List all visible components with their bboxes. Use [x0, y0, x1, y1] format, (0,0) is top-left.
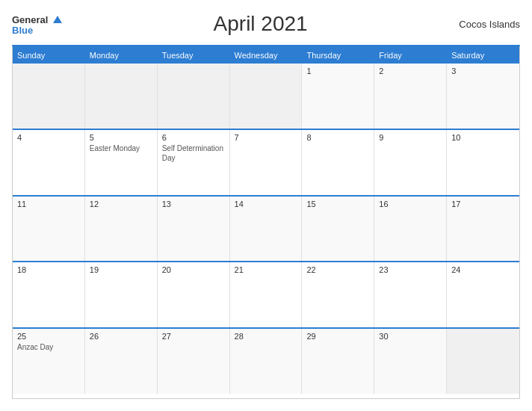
calendar-header: SundayMondayTuesdayWednesdayThursdayFrid… — [13, 47, 519, 64]
day-number: 30 — [379, 332, 442, 341]
day-cell — [13, 64, 85, 129]
day-number: 23 — [379, 265, 442, 274]
day-number: 3 — [451, 67, 515, 75]
day-cell: 1 — [302, 64, 374, 129]
day-header-friday: Friday — [374, 47, 447, 64]
region-label: Cocos Islands — [459, 19, 520, 30]
day-number: 14 — [235, 200, 297, 208]
day-number: 11 — [17, 200, 80, 208]
day-header-tuesday: Tuesday — [158, 47, 230, 64]
day-cell: 12 — [85, 197, 158, 262]
day-number: 18 — [17, 265, 80, 274]
day-number: 9 — [379, 133, 442, 142]
day-cell: 24 — [447, 262, 519, 327]
calendar-title: April 2021 — [214, 12, 308, 36]
day-cell: 14 — [230, 197, 303, 262]
day-header-thursday: Thursday — [302, 47, 374, 64]
page-header: General Blue April 2021 Cocos Islands — [12, 12, 520, 36]
day-cell — [230, 64, 303, 129]
day-cell: 9 — [374, 130, 447, 195]
day-cell: 6Self Determination Day — [158, 130, 230, 195]
day-number: 21 — [235, 265, 297, 274]
day-cell: 28 — [230, 329, 303, 394]
day-header-monday: Monday — [85, 47, 158, 64]
logo-general-text: General — [12, 14, 48, 25]
day-number: 4 — [17, 133, 80, 142]
day-number: 7 — [235, 133, 297, 142]
day-cell — [447, 329, 519, 394]
day-number: 13 — [162, 200, 225, 208]
day-cell: 16 — [374, 197, 447, 262]
day-cell: 25Anzac Day — [13, 329, 85, 394]
day-cell: 11 — [13, 197, 85, 262]
day-number: 10 — [451, 133, 515, 142]
day-number: 27 — [162, 332, 225, 341]
day-number: 29 — [306, 332, 369, 341]
calendar-body: 12345Easter Monday6Self Determination Da… — [13, 64, 519, 394]
week-row-4: 18192021222324 — [13, 261, 519, 327]
day-number: 16 — [379, 200, 442, 208]
day-number: 2 — [379, 67, 442, 75]
day-cell: 4 — [13, 130, 85, 195]
day-number: 28 — [235, 332, 297, 341]
day-cell: 7 — [230, 130, 303, 195]
day-cell: 15 — [302, 197, 374, 262]
day-number: 24 — [451, 265, 515, 274]
day-cell: 5Easter Monday — [85, 130, 158, 195]
day-cell: 20 — [158, 262, 230, 327]
event-label: Anzac Day — [17, 343, 53, 351]
day-number: 26 — [90, 332, 152, 341]
day-number: 15 — [306, 200, 369, 208]
logo-triangle-icon — [53, 16, 62, 23]
day-cell: 23 — [374, 262, 447, 327]
day-cell: 8 — [302, 130, 374, 195]
day-cell: 19 — [85, 262, 158, 327]
logo-general: General — [12, 13, 62, 25]
day-header-sunday: Sunday — [13, 47, 85, 64]
day-header-wednesday: Wednesday — [230, 47, 303, 64]
day-cell: 27 — [158, 329, 230, 394]
day-cell — [158, 64, 230, 129]
day-cell: 29 — [302, 329, 374, 394]
day-number: 6 — [162, 133, 225, 142]
day-cell: 10 — [447, 130, 519, 195]
week-row-2: 45Easter Monday6Self Determination Day78… — [13, 129, 519, 195]
calendar: SundayMondayTuesdayWednesdayThursdayFrid… — [12, 45, 520, 399]
day-header-saturday: Saturday — [447, 47, 519, 64]
day-cell — [85, 64, 158, 129]
event-label: Self Determination Day — [162, 144, 223, 162]
logo: General Blue — [12, 13, 62, 35]
day-cell: 30 — [374, 329, 447, 394]
day-cell: 22 — [302, 262, 374, 327]
day-number: 17 — [451, 200, 515, 208]
week-row-3: 11121314151617 — [13, 195, 519, 262]
week-row-5: 25Anzac Day2627282930 — [13, 327, 519, 394]
day-cell: 26 — [85, 329, 158, 394]
day-number: 25 — [17, 332, 80, 341]
week-row-1: 123 — [13, 64, 519, 129]
day-number: 12 — [90, 200, 152, 208]
day-cell: 3 — [447, 64, 519, 129]
day-number: 20 — [162, 265, 225, 274]
event-label: Easter Monday — [90, 144, 140, 152]
day-cell: 21 — [230, 262, 303, 327]
day-cell: 18 — [13, 262, 85, 327]
day-cell: 17 — [447, 197, 519, 262]
day-number: 1 — [306, 67, 369, 75]
day-number: 22 — [306, 265, 369, 274]
day-number: 5 — [90, 133, 152, 142]
day-cell: 2 — [374, 64, 447, 129]
logo-blue-text: Blue — [12, 25, 62, 35]
day-number: 19 — [90, 265, 152, 274]
day-cell: 13 — [158, 197, 230, 262]
day-number: 8 — [306, 133, 369, 142]
